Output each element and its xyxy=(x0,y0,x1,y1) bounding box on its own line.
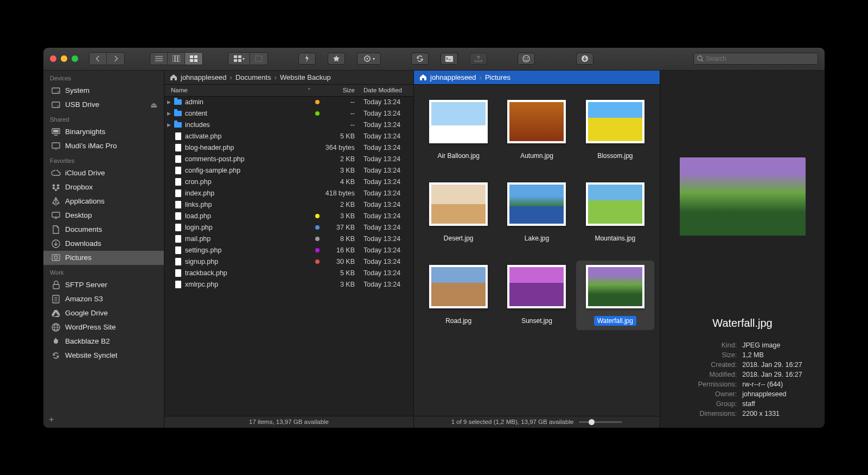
breadcrumb-segment[interactable]: johnappleseed xyxy=(430,73,476,81)
file-row[interactable]: index.php 418 bytes Today 13:24 xyxy=(164,188,413,199)
meta-value: 2200 x 1331 xyxy=(742,410,780,417)
file-row[interactable]: comments-post.php 2 KB Today 13:24 xyxy=(164,154,413,165)
sidebar-item[interactable]: Dropbox xyxy=(43,180,164,194)
thumbnail-item[interactable]: Desert.jpg xyxy=(419,178,497,248)
favorite-button[interactable] xyxy=(328,53,345,65)
tag-dot xyxy=(312,237,322,241)
forward-button[interactable] xyxy=(107,53,124,65)
sidebar-item[interactable]: Backblaze B2 xyxy=(43,334,164,349)
zoom-slider[interactable] xyxy=(579,421,622,423)
file-row[interactable]: trackback.php 5 KB Today 13:24 xyxy=(164,268,413,279)
add-favorite-button[interactable]: + xyxy=(49,415,54,424)
activity-button[interactable] xyxy=(576,53,593,65)
file-row[interactable]: ▶ admin -- Today 13:24 xyxy=(164,97,413,108)
file-row[interactable]: cron.php 4 KB Today 13:24 xyxy=(164,176,413,188)
sidebar-item[interactable]: Binarynights xyxy=(43,125,164,139)
maximize-button[interactable] xyxy=(72,55,78,62)
eject-icon[interactable]: ⏏ xyxy=(150,100,157,109)
meta-row: Created:2018. Jan 29. 16:27 xyxy=(682,360,802,370)
file-row[interactable]: signup.php 30 KB Today 13:24 xyxy=(164,256,413,268)
file-row[interactable]: ▶ includes -- Today 13:24 xyxy=(164,119,413,131)
file-size: 5 KB xyxy=(322,269,359,277)
list-header[interactable]: Name ⌃ Size Date Modified xyxy=(164,85,413,97)
file-icon xyxy=(173,212,183,220)
close-button[interactable] xyxy=(50,55,56,62)
thumbnail-item[interactable]: Road.jpg xyxy=(419,261,497,330)
preview-meta: Kind:JPEG imageSize:1,2 MBCreated:2018. … xyxy=(682,340,802,419)
sidebar-item[interactable]: Pictures xyxy=(43,251,164,265)
sidebar-item[interactable]: Applications xyxy=(43,194,164,208)
thumbnail-item[interactable]: Autumn.jpg xyxy=(497,96,576,165)
breadcrumb-segment[interactable]: johnappleseed xyxy=(181,73,227,81)
thumbnail-item[interactable]: Waterfall.jpg xyxy=(576,261,654,330)
meta-label: Kind: xyxy=(682,341,737,349)
share-button[interactable] xyxy=(470,53,487,65)
file-row[interactable]: load.php 3 KB Today 13:24 xyxy=(164,211,413,222)
file-row[interactable]: blog-header.php 364 bytes Today 13:24 xyxy=(164,142,413,154)
file-row[interactable]: config-sample.php 3 KB Today 13:24 xyxy=(164,165,413,176)
disclosure-triangle[interactable]: ▶ xyxy=(164,99,173,105)
quick-open-button[interactable] xyxy=(298,53,316,65)
sidebar-item[interactable]: Downloads xyxy=(43,237,164,251)
file-row[interactable]: mail.php 8 KB Today 13:24 xyxy=(164,233,413,245)
thumbnail-item[interactable]: Mountains.jpg xyxy=(576,178,654,248)
file-date: Today 13:24 xyxy=(359,110,413,117)
breadcrumb-segment[interactable]: Website Backup xyxy=(280,73,331,81)
search-box[interactable] xyxy=(693,53,818,65)
sidebar-item[interactable]: Mudi's iMac Pro xyxy=(43,139,164,153)
breadcrumb-segment[interactable]: Documents xyxy=(235,73,271,81)
arrange-button[interactable]: ▾ xyxy=(228,53,250,65)
meta-row: Kind:JPEG image xyxy=(682,340,802,350)
file-row[interactable]: login.php 37 KB Today 13:24 xyxy=(164,222,413,233)
disclosure-triangle[interactable]: ▶ xyxy=(164,122,173,128)
thumbnail-item[interactable]: Sunset.jpg xyxy=(497,261,576,330)
pane-preview: Waterfall.jpg Kind:JPEG imageSize:1,2 MB… xyxy=(660,71,825,428)
thumbnail-item[interactable]: Lake.jpg xyxy=(497,178,576,248)
file-row[interactable]: settings.php 16 KB Today 13:24 xyxy=(164,245,413,256)
thumbnail-item[interactable]: Air Balloon.jpg xyxy=(419,96,497,165)
sidebar-item[interactable]: System xyxy=(43,84,164,98)
sidebar-item-label: Dropbox xyxy=(65,183,93,191)
icon-view-button[interactable] xyxy=(185,53,202,65)
svg-rect-10 xyxy=(238,59,241,62)
sidebar-item[interactable]: Desktop xyxy=(43,208,164,223)
col-size[interactable]: Size xyxy=(316,87,359,93)
back-button[interactable] xyxy=(90,53,107,65)
file-row[interactable]: activate.php 5 KB Today 13:24 xyxy=(164,131,413,142)
breadcrumb-segment[interactable]: Pictures xyxy=(485,73,510,81)
svg-rect-9 xyxy=(234,59,237,62)
file-size: 37 KB xyxy=(322,224,359,231)
list-view-button[interactable] xyxy=(150,53,168,65)
sidebar-item[interactable]: USB Drive⏏ xyxy=(43,98,164,112)
file-row[interactable]: xmlrpc.php 3 KB Today 13:24 xyxy=(164,279,413,290)
hdd-icon xyxy=(51,100,61,110)
hidden-files-button[interactable] xyxy=(250,53,267,65)
sidebar-item[interactable]: SFTP Server xyxy=(43,278,164,292)
meta-row: Dimensions:2200 x 1331 xyxy=(682,409,802,419)
thumbnail-item[interactable]: Blossom.jpg xyxy=(576,96,654,165)
file-row[interactable]: links.php 2 KB Today 13:24 xyxy=(164,199,413,211)
breadcrumb-left[interactable]: johnappleseed › Documents › Website Back… xyxy=(164,71,413,85)
file-name: content xyxy=(183,110,312,117)
minimize-button[interactable] xyxy=(61,55,67,62)
file-name: comments-post.php xyxy=(183,155,312,163)
file-name: index.php xyxy=(183,189,312,197)
sidebar-item[interactable]: Amazon S3 xyxy=(43,292,164,306)
sidebar-item[interactable]: WordPress Site xyxy=(43,320,164,334)
search-input[interactable] xyxy=(706,55,814,62)
sidebar-item-label: System xyxy=(65,86,90,94)
sidebar-item[interactable]: Google Drive xyxy=(43,306,164,320)
sidebar-item[interactable]: Website Synclet xyxy=(43,349,164,363)
sync-button[interactable] xyxy=(411,53,429,65)
column-view-button[interactable] xyxy=(168,53,185,65)
sidebar-item[interactable]: Documents xyxy=(43,223,164,237)
terminal-button[interactable] xyxy=(441,53,458,65)
file-row[interactable]: ▶ content -- Today 13:24 xyxy=(164,108,413,119)
disclosure-triangle[interactable]: ▶ xyxy=(164,111,173,116)
col-date[interactable]: Date Modified xyxy=(359,87,413,93)
sidebar-item[interactable]: iCloud Drive xyxy=(43,166,164,180)
emoji-button[interactable] xyxy=(518,53,535,65)
breadcrumb-mid[interactable]: johnappleseed › Pictures xyxy=(414,71,660,85)
col-name[interactable]: Name xyxy=(171,87,188,93)
action-menu-button[interactable]: ▾ xyxy=(357,53,381,65)
